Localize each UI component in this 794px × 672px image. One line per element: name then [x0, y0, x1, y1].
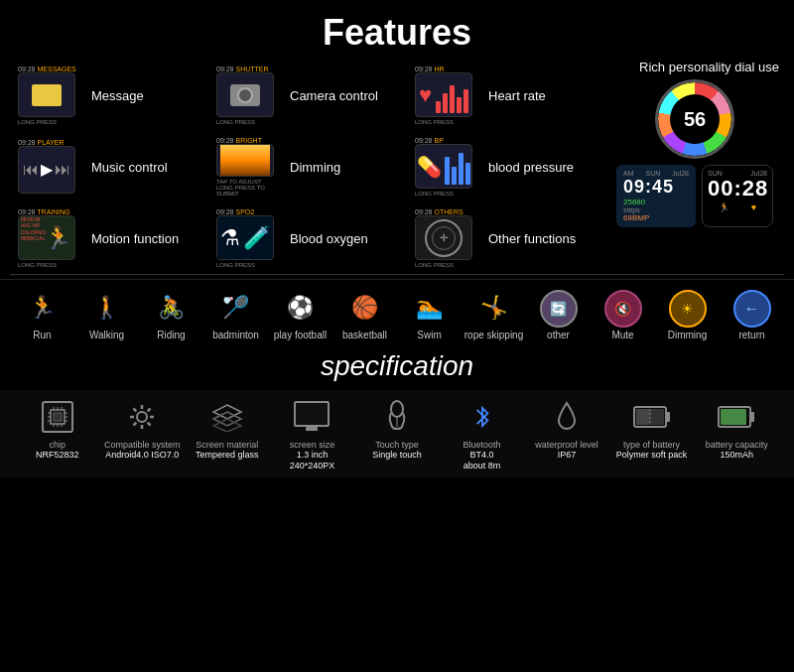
bp-longpress: LONG PRESS	[415, 191, 454, 197]
compass-inner: ✛	[432, 226, 456, 250]
monitor-box	[294, 401, 330, 427]
o2-time: 09:28 SPO2	[216, 208, 254, 215]
others-box: ✛	[416, 215, 471, 260]
play-icon: ▶	[41, 160, 53, 179]
touch-name: Touch type	[375, 440, 419, 450]
compass-symbol: ✛	[440, 232, 448, 243]
bbar3	[459, 153, 463, 185]
feature-heartrate: 09:28 HR ♥ LONG PRESS Heart rate	[407, 60, 605, 131]
motion-box: 88:88:88 AVG HR CALORIES 8888KCAL 🏃	[19, 215, 74, 260]
other-symbol: 🔄	[550, 301, 567, 317]
walking-label: Walking	[89, 330, 124, 340]
watch1-steps: 25680	[623, 198, 689, 206]
feature-camera: 09:28 SHUTTER LONG PRESS Camera control	[208, 60, 407, 131]
battery-cap-icon-area	[716, 396, 757, 438]
system-value: Android4.0 ISO7.0	[105, 450, 179, 461]
features-grid: 09:28 MESSAGES LONG PRESS Message 09:28 …	[10, 60, 605, 274]
dial-title: Rich personality dial use	[605, 60, 784, 74]
chip-name: chip	[50, 440, 66, 450]
battery-type-name: type of battery	[623, 440, 680, 450]
basketball-label: basketball	[342, 330, 387, 340]
feature-motion: 09:28 TRAINING 88:88:88 AVG HR CALORIES …	[10, 202, 208, 274]
message-icon-area: 09:28 MESSAGES LONG PRESS	[18, 66, 87, 125]
motion-icon: 88:88:88 AVG HR CALORIES 8888KCAL 🏃	[18, 215, 75, 260]
spec-material: Screen material Tempered glass	[188, 396, 267, 461]
return-circle-icon: ←	[733, 290, 771, 328]
bluetooth-name: Bluetooth	[463, 440, 500, 450]
touch-icon-area	[376, 396, 418, 438]
heartrate-time: 09:28 HR	[415, 66, 445, 72]
svg-point-26	[391, 401, 403, 417]
svg-point-14	[137, 412, 147, 422]
activity-run: 🏃 Run	[13, 288, 72, 340]
bluetooth-icon-area	[462, 396, 503, 438]
watch1-steps-label: steps	[623, 206, 689, 213]
mute-label: Mute	[611, 330, 633, 340]
watch-displays: AM SUN Jul28 09:45 25680 steps 68BMP SUN…	[616, 165, 773, 227]
chip-icon-area	[37, 396, 78, 438]
badminton-label: badminton	[212, 330, 259, 340]
camera-longpress: LONG PRESS	[216, 119, 255, 125]
mute-symbol: 🔇	[614, 301, 631, 317]
camera-time: 09:28 SHUTTER	[216, 66, 269, 72]
svg-rect-1	[54, 413, 62, 421]
system-icon-area	[121, 396, 163, 438]
return-label: return	[738, 330, 764, 340]
spec-battery-type: type of battery Polymer soft pack	[612, 396, 692, 461]
mute-circle-icon: 🔇	[604, 290, 642, 328]
battery-pack-svg	[633, 403, 671, 431]
others-icon-area: 09:28 OTHERS ✛ LONG PRESS	[415, 208, 484, 268]
motion-icon-area: 09:28 TRAINING 88:88:88 AVG HR CALORIES …	[18, 208, 87, 268]
music-controls: ⏮ ▶ ⏭	[23, 160, 70, 179]
music-icon: ⏮ ▶ ⏭	[18, 146, 75, 194]
battery-type-value: Polymer soft pack	[616, 450, 688, 461]
screen-value: 1.3 inch240*240PX	[290, 450, 335, 471]
spec-screen: screen size 1.3 inch240*240PX	[272, 396, 351, 471]
watch1-date: Jul28	[672, 170, 689, 177]
others-time: 09:28 OTHERS	[415, 208, 463, 215]
battery-cap-name: battery capacity	[706, 440, 768, 450]
svg-line-20	[148, 423, 151, 426]
dimming-sun-symbol: ☀	[681, 301, 694, 317]
o2-label: Blood oxygen	[286, 231, 368, 246]
activity-rope: 🤸 rope skipping	[464, 288, 524, 340]
o2-longpress: LONG PRESS	[216, 262, 255, 268]
other-circle-icon: 🔄	[540, 290, 578, 328]
feature-bp: 09:28 BP 💊 LONG PRESS blood pressure	[407, 131, 605, 202]
spec-bluetooth: Bluetooth BT4.0about 8m	[443, 396, 522, 471]
activity-basketball: 🏀 basketball	[335, 288, 395, 340]
motion-runner-icon: 🏃	[45, 225, 71, 251]
swim-icon: 🏊	[410, 288, 450, 328]
run-icon: 🏃	[23, 288, 63, 328]
svg-line-19	[134, 409, 137, 412]
dial-circle: 56	[655, 79, 734, 159]
activity-mute: 🔇 Mute	[594, 290, 653, 340]
riding-icon: 🚴	[152, 288, 192, 328]
message-time: 09:28 MESSAGES	[18, 66, 76, 72]
bbar4	[465, 163, 470, 185]
others-longpress: LONG PRESS	[415, 262, 454, 268]
drop-icon	[554, 401, 580, 433]
rope-label: rope skipping	[464, 330, 523, 340]
activities-section: 🏃 Run 🚶 Walking 🚴 Riding 🏸 badminton ⚽ p…	[0, 279, 794, 344]
camera-label: Camera control	[286, 88, 378, 103]
battery-type-icon-area	[631, 396, 673, 438]
drop-svg	[555, 401, 579, 433]
music-icon-area: 09:28 PLAYER ⏮ ▶ ⏭	[18, 137, 87, 197]
dimming-icon-area: 09:28 BRIGHT TAP TO ADJUSTLONG PRESS TO …	[216, 137, 286, 197]
football-icon: ⚽	[281, 288, 321, 328]
bbar1	[445, 157, 450, 185]
feature-others: 09:28 OTHERS ✛ LONG PRESS Other function…	[407, 202, 605, 274]
beaker1-icon: ⚗	[220, 225, 240, 251]
motion-label: Motion function	[87, 231, 179, 246]
others-label: Other functions	[484, 231, 576, 246]
rope-icon: 🤸	[474, 288, 514, 328]
activity-walking: 🚶 Walking	[77, 288, 137, 340]
bluetooth-value: BT4.0about 8m	[463, 450, 501, 471]
dimming-time: 09:28 BRIGHT	[216, 137, 262, 144]
camera-icon-area: 09:28 SHUTTER LONG PRESS	[216, 66, 286, 125]
layers-icon	[211, 401, 243, 433]
screen-name: screen size	[290, 440, 335, 450]
material-value: Tempered glass	[196, 450, 259, 461]
badminton-icon: 🏸	[216, 288, 256, 328]
